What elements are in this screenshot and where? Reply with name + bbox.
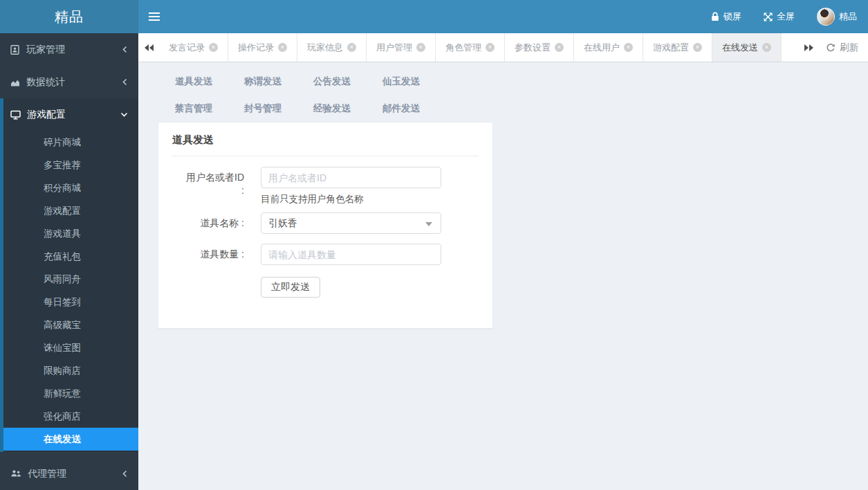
tab-label: 参数设置 (515, 42, 551, 54)
item-name-selected-value: 引妖香 (268, 217, 297, 230)
lock-screen-label: 锁屏 (723, 10, 741, 23)
tab-label: 角色管理 (445, 42, 481, 54)
username-input[interactable] (261, 167, 441, 188)
quantity-input[interactable] (261, 244, 441, 265)
monitor-icon (10, 110, 21, 120)
quantity-label: 道具数量 : (186, 244, 244, 265)
submenu-item[interactable]: 游戏道具 (3, 222, 138, 245)
avatar (817, 8, 835, 26)
subnav-item-announce-send[interactable]: 公告发送 (297, 75, 367, 88)
tab-close-icon[interactable] (624, 43, 633, 52)
subnav-item-mail-send[interactable]: 邮件发送 (367, 102, 436, 115)
form-row-submit: 立即发送 (172, 275, 479, 298)
submenu-item[interactable]: 高级藏宝 (3, 314, 138, 336)
submenu-item[interactable]: 多宝推荐 (3, 154, 138, 176)
tab-operation-log[interactable]: 操作记录 (228, 33, 297, 62)
subnav-item-exp-send[interactable]: 经验发送 (297, 102, 367, 115)
tab-close-icon[interactable] (416, 43, 425, 52)
tab-close-icon[interactable] (209, 43, 218, 52)
tab-online-users[interactable]: 在线用户 (574, 33, 643, 62)
main-content: 发言记录 操作记录 玩家信息 用户管理 角色管理 参数设置 (138, 33, 868, 490)
sidebar-item-label: 代理管理 (28, 468, 66, 480)
form-row-username: 用户名或者ID : 目前只支持用户角色名称 (172, 167, 479, 206)
chart-area-icon (10, 78, 20, 87)
tab-speech-log[interactable]: 发言记录 (159, 33, 228, 62)
tab-close-icon[interactable] (762, 43, 771, 52)
submenu-item-online-send-active[interactable]: 在线发送 (3, 428, 138, 451)
app-window: 精品 锁屏 (0, 0, 868, 490)
hamburger-icon (149, 10, 160, 23)
tab-label: 在线用户 (584, 42, 620, 54)
tab-close-icon[interactable] (693, 43, 702, 52)
submenu-item[interactable]: 碎片商城 (3, 131, 138, 154)
brand-logo[interactable]: 精品 (0, 0, 138, 33)
sidebar-toggle-button[interactable] (138, 0, 170, 33)
item-name-label: 道具名称 : (186, 212, 244, 234)
submenu-item[interactable]: 限购商店 (3, 359, 138, 382)
submenu-item[interactable]: 游戏配置 (3, 199, 138, 222)
subnav-item-title-send[interactable]: 称谓发送 (228, 75, 297, 88)
tab-bar: 发言记录 操作记录 玩家信息 用户管理 角色管理 参数设置 (138, 33, 868, 62)
tab-player-info[interactable]: 玩家信息 (297, 33, 367, 62)
lock-screen-button[interactable]: 锁屏 (700, 0, 752, 33)
tab-user-management[interactable]: 用户管理 (367, 33, 436, 62)
caret-down-icon (425, 222, 432, 226)
lock-icon (711, 12, 719, 21)
item-name-select[interactable]: 引妖香 (261, 212, 441, 234)
refresh-label: 刷新 (840, 42, 858, 54)
sidebar: 玩家管理 数据统计 (0, 33, 138, 490)
fullscreen-button[interactable]: 全屏 (752, 0, 806, 33)
tabs-scroll-left-button[interactable] (138, 33, 159, 62)
navbar-right: 锁屏 全屏 精品 (700, 0, 868, 33)
sidebar-item-data-statistics[interactable]: 数据统计 (0, 66, 138, 98)
subnav-item-ban-management[interactable]: 封号管理 (228, 102, 297, 115)
top-header: 精品 锁屏 (0, 0, 868, 33)
tab-online-send-active[interactable]: 在线发送 (712, 33, 782, 62)
submenu-item[interactable]: 新鲜玩意 (3, 382, 138, 405)
subnav-item-mute-management[interactable]: 禁言管理 (159, 102, 228, 115)
tab-label: 发言记录 (169, 42, 205, 54)
tab-close-icon[interactable] (278, 43, 287, 52)
submenu-item[interactable]: 积分商城 (3, 176, 138, 199)
submit-spacer (186, 275, 244, 298)
tab-parameter-settings[interactable]: 参数设置 (505, 33, 574, 62)
username-label: 用户名或者ID : (186, 167, 244, 206)
submenu-item[interactable]: 每日签到 (3, 291, 138, 314)
submenu-item[interactable]: 风雨同舟 (3, 268, 138, 291)
tab-label: 游戏配置 (653, 42, 689, 54)
fullscreen-icon (764, 12, 773, 21)
user-name: 精品 (839, 10, 857, 23)
subnav-item-prop-send[interactable]: 道具发送 (159, 75, 228, 88)
user-menu[interactable]: 精品 (806, 0, 868, 33)
game-config-submenu: 碎片商城 多宝推荐 积分商城 游戏配置 游戏道具 充值礼包 风雨同舟 每日签到 … (3, 131, 138, 452)
tab-close-icon[interactable] (347, 43, 356, 52)
sidebar-item-game-config[interactable]: 游戏配置 (3, 98, 138, 131)
tab-spacer (782, 33, 798, 62)
tabs-scroll-right-button[interactable] (798, 33, 819, 62)
chevron-left-icon (122, 78, 128, 86)
sidebar-item-player-management[interactable]: 玩家管理 (0, 33, 138, 66)
subnav-row-2: 禁言管理 封号管理 经验发送 邮件发送 (159, 95, 868, 122)
subnav-row-1: 道具发送 称谓发送 公告发送 仙玉发送 (159, 68, 868, 95)
sidebar-item-label: 玩家管理 (26, 44, 65, 56)
panel-title: 道具发送 (172, 122, 479, 156)
prop-send-form: 用户名或者ID : 目前只支持用户角色名称 道具名称 : 引妖香 (158, 156, 492, 328)
double-chevron-left-icon (145, 44, 154, 51)
submenu-item[interactable]: 充值礼包 (3, 245, 138, 268)
form-row-item-name: 道具名称 : 引妖香 (172, 212, 479, 234)
navbar: 锁屏 全屏 精品 (138, 0, 868, 33)
refresh-button[interactable]: 刷新 (819, 33, 868, 62)
submenu-item[interactable]: 强化商店 (3, 405, 138, 428)
send-now-button[interactable]: 立即发送 (261, 277, 320, 298)
tab-close-icon[interactable] (486, 43, 495, 52)
subnav-item-xianyu-send[interactable]: 仙玉发送 (367, 75, 436, 88)
tab-game-config[interactable]: 游戏配置 (643, 33, 712, 62)
tab-role-management[interactable]: 角色管理 (436, 33, 505, 62)
tab-label: 玩家信息 (307, 42, 343, 54)
fullscreen-label: 全屏 (777, 10, 795, 23)
sidebar-item-agent-management[interactable]: 代理管理 (0, 457, 138, 490)
submenu-item[interactable]: 诛仙宝图 (3, 336, 138, 359)
tab-close-icon[interactable] (555, 43, 564, 52)
tab-label: 在线发送 (722, 42, 758, 54)
sub-navigation: 道具发送 称谓发送 公告发送 仙玉发送 禁言管理 封号管理 经验发送 邮件发送 (138, 62, 868, 122)
